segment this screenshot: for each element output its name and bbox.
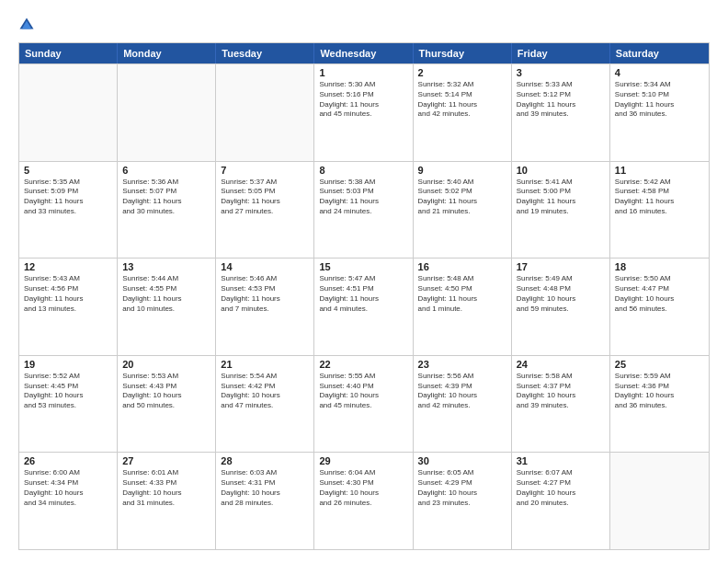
- day-info: Sunrise: 5:34 AM Sunset: 5:10 PM Dayligh…: [615, 80, 704, 120]
- day-info: Sunrise: 5:50 AM Sunset: 4:47 PM Dayligh…: [615, 274, 704, 314]
- day-number: 28: [221, 455, 309, 466]
- header: [18, 17, 710, 33]
- day-cell-11: 11Sunrise: 5:42 AM Sunset: 4:58 PM Dayli…: [610, 162, 709, 259]
- day-number: 26: [24, 455, 112, 466]
- day-info: Sunrise: 6:01 AM Sunset: 4:33 PM Dayligh…: [122, 468, 210, 508]
- day-cell-26: 26Sunrise: 6:00 AM Sunset: 4:34 PM Dayli…: [19, 453, 118, 549]
- day-cell-20: 20Sunrise: 5:53 AM Sunset: 4:43 PM Dayli…: [118, 356, 216, 453]
- day-cell-7: 7Sunrise: 5:37 AM Sunset: 5:05 PM Daylig…: [216, 162, 314, 259]
- day-cell-30: 30Sunrise: 6:05 AM Sunset: 4:29 PM Dayli…: [414, 453, 512, 549]
- calendar: SundayMondayTuesdayWednesdayThursdayFrid…: [18, 42, 710, 550]
- calendar-header-row: SundayMondayTuesdayWednesdayThursdayFrid…: [19, 43, 709, 63]
- day-info: Sunrise: 5:49 AM Sunset: 4:48 PM Dayligh…: [517, 274, 605, 314]
- day-cell-9: 9Sunrise: 5:40 AM Sunset: 5:02 PM Daylig…: [414, 162, 512, 259]
- day-info: Sunrise: 6:07 AM Sunset: 4:27 PM Dayligh…: [517, 468, 605, 508]
- day-cell-13: 13Sunrise: 5:44 AM Sunset: 4:55 PM Dayli…: [118, 259, 216, 355]
- day-number: 10: [517, 165, 605, 176]
- day-info: Sunrise: 5:35 AM Sunset: 5:09 PM Dayligh…: [24, 178, 112, 217]
- day-number: 12: [24, 261, 112, 272]
- day-number: 19: [24, 359, 112, 370]
- day-info: Sunrise: 5:59 AM Sunset: 4:36 PM Dayligh…: [615, 372, 704, 411]
- day-cell-15: 15Sunrise: 5:47 AM Sunset: 4:51 PM Dayli…: [314, 259, 413, 355]
- day-number: 30: [418, 455, 506, 466]
- day-cell-31: 31Sunrise: 6:07 AM Sunset: 4:27 PM Dayli…: [512, 453, 610, 549]
- day-number: 23: [418, 359, 506, 370]
- day-cell-17: 17Sunrise: 5:49 AM Sunset: 4:48 PM Dayli…: [512, 259, 610, 355]
- day-cell-19: 19Sunrise: 5:52 AM Sunset: 4:45 PM Dayli…: [19, 356, 118, 453]
- day-cell-21: 21Sunrise: 5:54 AM Sunset: 4:42 PM Dayli…: [216, 356, 314, 453]
- day-number: 14: [221, 261, 309, 272]
- header-cell-monday: Monday: [118, 43, 216, 63]
- day-cell-4: 4Sunrise: 5:34 AM Sunset: 5:10 PM Daylig…: [610, 64, 709, 161]
- day-cell-29: 29Sunrise: 6:04 AM Sunset: 4:30 PM Dayli…: [314, 453, 413, 549]
- day-number: 7: [221, 165, 309, 176]
- calendar-week-1: 1Sunrise: 5:30 AM Sunset: 5:16 PM Daylig…: [19, 63, 709, 161]
- day-info: Sunrise: 5:37 AM Sunset: 5:05 PM Dayligh…: [221, 178, 309, 217]
- day-cell-2: 2Sunrise: 5:32 AM Sunset: 5:14 PM Daylig…: [414, 64, 512, 161]
- day-info: Sunrise: 5:48 AM Sunset: 4:50 PM Dayligh…: [418, 274, 506, 314]
- day-info: Sunrise: 5:44 AM Sunset: 4:55 PM Dayligh…: [122, 274, 210, 314]
- day-info: Sunrise: 5:40 AM Sunset: 5:02 PM Dayligh…: [418, 178, 506, 217]
- calendar-week-4: 19Sunrise: 5:52 AM Sunset: 4:45 PM Dayli…: [19, 355, 709, 453]
- day-info: Sunrise: 5:36 AM Sunset: 5:07 PM Dayligh…: [122, 178, 210, 217]
- header-cell-sunday: Sunday: [19, 43, 118, 63]
- day-number: 3: [517, 67, 605, 78]
- day-info: Sunrise: 6:04 AM Sunset: 4:30 PM Dayligh…: [319, 468, 407, 508]
- day-cell-3: 3Sunrise: 5:33 AM Sunset: 5:12 PM Daylig…: [512, 64, 610, 161]
- day-info: Sunrise: 5:42 AM Sunset: 4:58 PM Dayligh…: [615, 178, 704, 217]
- day-number: 17: [517, 261, 605, 272]
- day-number: 25: [615, 359, 704, 370]
- header-cell-tuesday: Tuesday: [216, 43, 314, 63]
- day-info: Sunrise: 5:58 AM Sunset: 4:37 PM Dayligh…: [517, 372, 605, 411]
- day-info: Sunrise: 5:32 AM Sunset: 5:14 PM Dayligh…: [418, 80, 506, 120]
- day-info: Sunrise: 5:47 AM Sunset: 4:51 PM Dayligh…: [319, 274, 407, 314]
- day-number: 5: [24, 165, 112, 176]
- day-info: Sunrise: 6:05 AM Sunset: 4:29 PM Dayligh…: [418, 468, 506, 508]
- day-info: Sunrise: 5:30 AM Sunset: 5:16 PM Dayligh…: [319, 80, 407, 120]
- day-cell-24: 24Sunrise: 5:58 AM Sunset: 4:37 PM Dayli…: [512, 356, 610, 453]
- day-info: Sunrise: 5:38 AM Sunset: 5:03 PM Dayligh…: [319, 178, 407, 217]
- day-cell-empty: [610, 453, 709, 549]
- logo: [18, 17, 39, 33]
- day-info: Sunrise: 5:56 AM Sunset: 4:39 PM Dayligh…: [418, 372, 506, 411]
- day-cell-10: 10Sunrise: 5:41 AM Sunset: 5:00 PM Dayli…: [512, 162, 610, 259]
- header-cell-wednesday: Wednesday: [314, 43, 413, 63]
- day-cell-14: 14Sunrise: 5:46 AM Sunset: 4:53 PM Dayli…: [216, 259, 314, 355]
- day-info: Sunrise: 5:43 AM Sunset: 4:56 PM Dayligh…: [24, 274, 112, 314]
- day-cell-23: 23Sunrise: 5:56 AM Sunset: 4:39 PM Dayli…: [414, 356, 512, 453]
- day-cell-empty: [216, 64, 314, 161]
- day-number: 21: [221, 359, 309, 370]
- day-cell-1: 1Sunrise: 5:30 AM Sunset: 5:16 PM Daylig…: [314, 64, 413, 161]
- page: SundayMondayTuesdayWednesdayThursdayFrid…: [0, 0, 728, 563]
- day-info: Sunrise: 5:53 AM Sunset: 4:43 PM Dayligh…: [122, 372, 210, 411]
- day-info: Sunrise: 5:54 AM Sunset: 4:42 PM Dayligh…: [221, 372, 309, 411]
- day-cell-18: 18Sunrise: 5:50 AM Sunset: 4:47 PM Dayli…: [610, 259, 709, 355]
- logo-icon: [18, 17, 35, 33]
- calendar-week-3: 12Sunrise: 5:43 AM Sunset: 4:56 PM Dayli…: [19, 258, 709, 355]
- day-cell-8: 8Sunrise: 5:38 AM Sunset: 5:03 PM Daylig…: [314, 162, 413, 259]
- calendar-body: 1Sunrise: 5:30 AM Sunset: 5:16 PM Daylig…: [19, 63, 709, 549]
- day-cell-empty: [19, 64, 118, 161]
- day-cell-empty: [118, 64, 216, 161]
- header-cell-friday: Friday: [512, 43, 610, 63]
- day-number: 31: [517, 455, 605, 466]
- day-info: Sunrise: 6:03 AM Sunset: 4:31 PM Dayligh…: [221, 468, 309, 508]
- day-number: 20: [122, 359, 210, 370]
- day-cell-6: 6Sunrise: 5:36 AM Sunset: 5:07 PM Daylig…: [118, 162, 216, 259]
- day-number: 9: [418, 165, 506, 176]
- day-cell-12: 12Sunrise: 5:43 AM Sunset: 4:56 PM Dayli…: [19, 259, 118, 355]
- day-info: Sunrise: 5:41 AM Sunset: 5:00 PM Dayligh…: [517, 178, 605, 217]
- day-number: 2: [418, 67, 506, 78]
- day-number: 29: [319, 455, 407, 466]
- day-cell-16: 16Sunrise: 5:48 AM Sunset: 4:50 PM Dayli…: [414, 259, 512, 355]
- day-info: Sunrise: 6:00 AM Sunset: 4:34 PM Dayligh…: [24, 468, 112, 508]
- day-number: 16: [418, 261, 506, 272]
- day-info: Sunrise: 5:55 AM Sunset: 4:40 PM Dayligh…: [319, 372, 407, 411]
- calendar-week-5: 26Sunrise: 6:00 AM Sunset: 4:34 PM Dayli…: [19, 452, 709, 549]
- day-cell-25: 25Sunrise: 5:59 AM Sunset: 4:36 PM Dayli…: [610, 356, 709, 453]
- day-number: 1: [319, 67, 407, 78]
- day-number: 15: [319, 261, 407, 272]
- day-cell-28: 28Sunrise: 6:03 AM Sunset: 4:31 PM Dayli…: [216, 453, 314, 549]
- day-number: 18: [615, 261, 704, 272]
- day-info: Sunrise: 5:52 AM Sunset: 4:45 PM Dayligh…: [24, 372, 112, 411]
